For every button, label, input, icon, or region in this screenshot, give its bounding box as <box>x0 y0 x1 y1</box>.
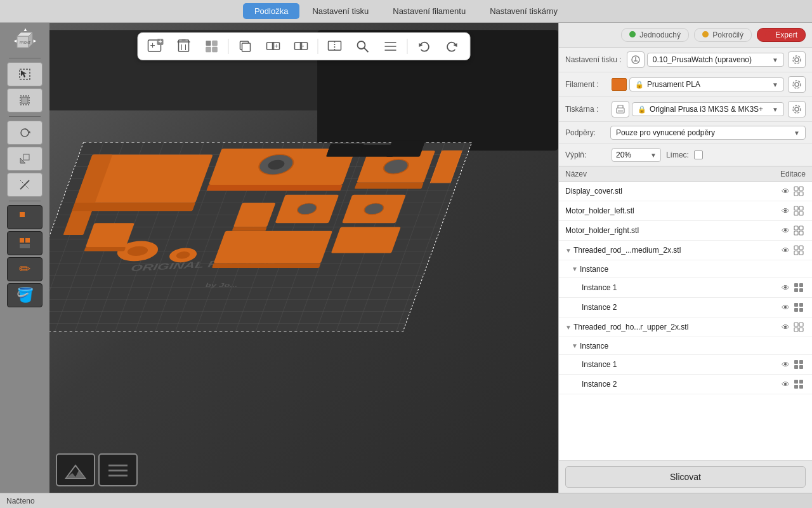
visibility-icon[interactable]: 👁 <box>779 321 792 333</box>
variable-layer[interactable]: ✏ <box>7 257 43 281</box>
slice-button[interactable]: Slicovat <box>565 466 806 488</box>
svg-point-144 <box>793 105 801 113</box>
supports-select[interactable]: Pouze pro vynucené podpěry ▼ <box>610 126 806 140</box>
svg-rect-153 <box>799 211 803 215</box>
list-item[interactable]: Instance 1 👁 <box>559 278 812 298</box>
visibility-icon[interactable]: 👁 <box>779 358 792 371</box>
visibility-icon[interactable]: 👁 <box>779 281 792 294</box>
printer-icon-btn[interactable] <box>612 101 629 117</box>
list-item[interactable]: Instance 1 👁 <box>559 355 812 375</box>
visibility-icon[interactable]: 👁 <box>779 378 792 391</box>
svg-rect-19 <box>20 218 24 222</box>
visibility-icon[interactable]: 👁 <box>779 185 792 197</box>
infill-value-input[interactable] <box>616 150 648 159</box>
list-item-group[interactable]: ▼ Threaded_rod_ho...r_upper_2x.stl 👁 <box>559 318 812 337</box>
delete-model-button[interactable] <box>173 36 195 57</box>
layer-view-thumb[interactable] <box>98 453 138 486</box>
collapse-arrow[interactable]: ▼ <box>565 324 572 331</box>
list-item[interactable]: Instance 2 👁 <box>559 375 812 394</box>
collapse-arrow[interactable]: ▼ <box>572 265 578 272</box>
instances-icon[interactable] <box>792 358 806 371</box>
name-column-header: Název <box>565 170 755 178</box>
svg-rect-182 <box>794 385 798 389</box>
tab-nastaveni-filamentu[interactable]: Nastavení filamentu <box>381 3 477 19</box>
svg-rect-133 <box>108 474 128 477</box>
list-item[interactable]: Motor_holder_right.stl 👁 <box>559 221 812 241</box>
print-settings-row: Nastavení tisku : 0.10_PrusaWatch (uprav… <box>559 48 812 72</box>
rotate-tool[interactable] <box>7 121 43 145</box>
svg-rect-21 <box>20 238 24 243</box>
split-button[interactable] <box>324 36 346 57</box>
svg-rect-168 <box>794 303 798 307</box>
svg-rect-181 <box>799 380 803 384</box>
advanced-mode-btn[interactable]: Pokročilý <box>694 28 752 42</box>
scale-tool[interactable] <box>7 147 43 171</box>
tab-nastaveni-tiskarny[interactable]: Nastavení tiskárny <box>478 3 569 19</box>
print-settings-gear[interactable] <box>788 51 806 68</box>
svg-rect-155 <box>794 226 798 230</box>
printer-select[interactable]: 🔒 Original Prusa i3 MK3S & MK3S+ ▼ <box>632 102 784 116</box>
filament-color-btn[interactable] <box>612 78 627 91</box>
add-model-button[interactable]: + + <box>145 36 167 57</box>
list-item[interactable]: Instance 2 👁 <box>559 298 812 318</box>
visibility-icon[interactable]: 👁 <box>779 224 792 237</box>
svg-rect-183 <box>799 385 803 389</box>
remove-instance-button[interactable]: - <box>290 36 313 57</box>
collapse-arrow[interactable]: ▼ <box>572 342 578 349</box>
3d-view-thumb[interactable] <box>56 453 95 486</box>
cut-tool[interactable] <box>7 173 43 197</box>
expert-mode-btn[interactable]: Expert <box>757 28 806 42</box>
tab-podlozka[interactable]: Podložka <box>243 3 299 19</box>
edit-icon[interactable] <box>792 320 806 334</box>
infill-input[interactable]: ▼ <box>612 148 661 162</box>
select-tool[interactable] <box>7 62 43 86</box>
brim-checkbox[interactable] <box>694 150 703 159</box>
edit-icon[interactable] <box>792 224 806 237</box>
supports-paint[interactable] <box>7 205 43 229</box>
arrange-button[interactable] <box>200 36 223 57</box>
list-item-instance-group[interactable]: ▼ Instance <box>559 337 812 355</box>
redo-button[interactable] <box>441 36 464 57</box>
move-tool[interactable] <box>7 88 43 112</box>
instances-icon[interactable] <box>792 377 806 391</box>
filament-gear[interactable] <box>788 76 806 93</box>
list-item-group[interactable]: ▼ Threaded_rod_...medium_2x.stl 👁 <box>559 241 812 260</box>
instances-icon[interactable] <box>792 300 806 314</box>
search-button[interactable] <box>351 36 374 57</box>
undo-button[interactable] <box>413 36 436 57</box>
svg-rect-14 <box>23 154 29 160</box>
svg-rect-174 <box>794 328 798 331</box>
collapse-arrow[interactable]: ▼ <box>565 247 572 254</box>
list-item[interactable]: Display_cover.stl 👁 <box>559 182 812 201</box>
layers-button[interactable] <box>379 36 402 57</box>
edit-icon[interactable] <box>792 204 806 218</box>
paint-bucket[interactable]: 🪣 <box>7 283 43 307</box>
filament-row: Filament : 🔒 Prusament PLA ▼ <box>559 72 812 97</box>
tab-nastaveni-tisku[interactable]: Nastavení tisku <box>301 3 380 19</box>
3d-scene[interactable]: ORIGINAL PRUSA i3 by Jo... <box>49 23 558 493</box>
viewport[interactable]: + + <box>49 23 558 493</box>
edit-icon[interactable] <box>792 184 806 198</box>
nav-cube[interactable]: FRONT ▲ ◄ ► <box>7 26 43 54</box>
svg-rect-150 <box>794 206 798 210</box>
filament-select[interactable]: 🔒 Prusament PLA ▼ <box>629 77 784 91</box>
copy-button[interactable] <box>234 36 257 57</box>
instances-icon[interactable] <box>792 281 806 295</box>
visibility-icon[interactable]: 👁 <box>779 204 792 217</box>
simple-mode-btn[interactable]: Jednoduchý <box>621 28 689 42</box>
add-instance-button[interactable]: + <box>262 36 285 57</box>
edit-icon[interactable] <box>792 243 806 257</box>
printer-gear[interactable] <box>788 101 806 117</box>
svg-rect-23 <box>20 244 30 248</box>
svg-rect-142 <box>618 110 623 112</box>
list-item-instance-group[interactable]: ▼ Instance <box>559 260 812 278</box>
visibility-icon[interactable]: 👁 <box>779 301 792 314</box>
infill-row: Výplň: ▼ Límec: <box>559 144 812 166</box>
list-item[interactable]: Motor_holder_left.stl 👁 <box>559 201 812 221</box>
seam-paint[interactable] <box>7 231 43 255</box>
svg-rect-123 <box>328 144 364 152</box>
visibility-icon[interactable]: 👁 <box>779 244 792 257</box>
print-settings-select[interactable]: 0.10_PrusaWatch (upraveno) ▼ <box>647 53 784 67</box>
print-settings-icon-btn[interactable] <box>627 51 645 68</box>
svg-rect-35 <box>213 47 218 52</box>
